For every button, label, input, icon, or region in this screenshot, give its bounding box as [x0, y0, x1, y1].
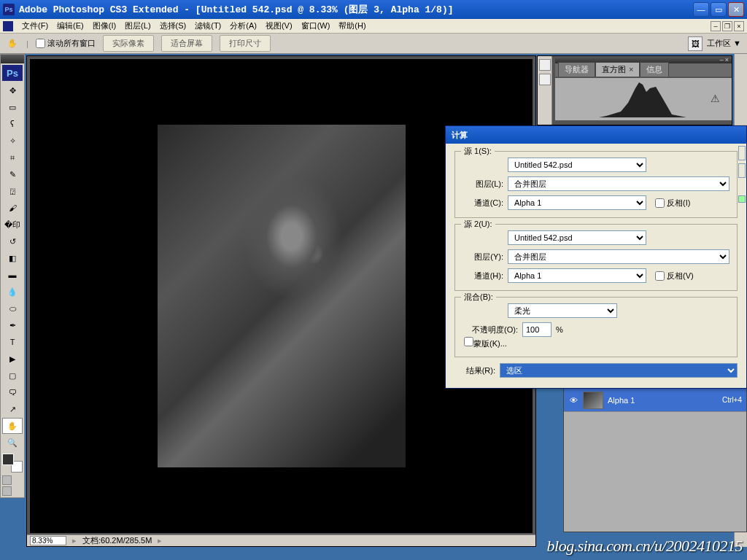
close-button[interactable]: ✕: [728, 2, 744, 17]
menu-bar: 文件(F) 编辑(E) 图像(I) 图层(L) 选择(S) 滤镜(T) 分析(A…: [0, 19, 747, 34]
panel-close-icon[interactable]: ×: [725, 56, 729, 63]
history-brush-tool[interactable]: ↺: [2, 233, 23, 249]
menu-layer[interactable]: 图层(L): [120, 19, 155, 33]
warning-icon[interactable]: ⚠: [711, 93, 720, 104]
magic-wand-tool[interactable]: ✧: [2, 133, 23, 149]
calculations-dialog: 计算 源 1(S): Untitled 542.psd 图层(L): 合并图层 …: [445, 125, 747, 389]
tab-histogram[interactable]: 直方图×: [595, 62, 640, 77]
shape-tool[interactable]: ▢: [2, 368, 23, 384]
healing-brush-tool[interactable]: ⍰: [2, 183, 23, 199]
eyedropper-tool[interactable]: ✎: [2, 166, 23, 182]
doc-size-label: 文档:60.2M/285.5M: [82, 535, 152, 546]
actual-pixels-button[interactable]: 实际像素: [103, 35, 154, 52]
menu-image[interactable]: 图像(I): [88, 19, 120, 33]
color-swatch[interactable]: [2, 454, 23, 472]
window-title: Adobe Photoshop CS3 Extended - [Untitled…: [19, 3, 693, 16]
menu-analysis[interactable]: 分析(A): [225, 19, 261, 33]
lasso-tool[interactable]: ʕ: [2, 116, 23, 132]
document-image: [158, 125, 406, 467]
panel-minimize-icon[interactable]: –: [720, 56, 724, 63]
panel-icon[interactable]: [539, 74, 551, 85]
tab-navigator[interactable]: 导航器: [558, 62, 595, 77]
ps-logo: Ps: [2, 65, 23, 81]
channel2-label: 通道(H):: [462, 271, 503, 281]
toolbox-panel: Ps ✥ ▭ ʕ ✧ ⌗ ✎ ⍰ 🖌 �印 ↺ ◧ ▬ 💧 ⬭ ✒ T ▶ ▢ …: [0, 54, 25, 498]
toolbox-grip[interactable]: [1, 55, 24, 63]
menu-edit[interactable]: 编辑(E): [53, 19, 88, 33]
channel-thumbnail: [583, 392, 603, 409]
layer2-select[interactable]: 合并图层: [508, 249, 729, 264]
minimize-button[interactable]: —: [693, 2, 709, 17]
invert2-checkbox[interactable]: 反相(V): [655, 271, 696, 281]
invert1-checkbox[interactable]: 反相(I): [655, 198, 696, 209]
navigator-panel-group: – × 导航器 直方图× 信息 ⚠: [537, 55, 732, 125]
dodge-tool[interactable]: ⬭: [2, 300, 23, 316]
print-size-button[interactable]: 打印尺寸: [220, 35, 271, 52]
channel1-select[interactable]: Alpha 1: [508, 195, 646, 210]
zoom-tool[interactable]: 🔍: [2, 435, 23, 451]
tab-info[interactable]: 信息: [640, 62, 669, 77]
source2-group: 源 2(U): Untitled 542.psd 图层(Y): 合并图层 通道(…: [454, 224, 738, 291]
menu-select[interactable]: 选择(S): [155, 19, 191, 33]
menu-help[interactable]: 帮助(H): [334, 19, 370, 33]
panel-icon[interactable]: [539, 59, 551, 71]
pen-tool[interactable]: ✒: [2, 317, 23, 333]
window-titlebar: Ps Adobe Photoshop CS3 Extended - [Untit…: [0, 0, 747, 19]
hand-tool-icon: ✋: [6, 37, 19, 50]
marquee-tool[interactable]: ▭: [2, 99, 23, 115]
channel-row[interactable]: 👁 Alpha 1 Ctrl+4: [564, 389, 746, 412]
blur-tool[interactable]: 💧: [2, 284, 23, 300]
screen-mode-icon[interactable]: [2, 486, 12, 496]
preview-checkbox-edge[interactable]: [738, 195, 746, 203]
opacity-input[interactable]: [522, 322, 551, 337]
clone-stamp-tool[interactable]: �印: [2, 217, 23, 233]
svg-marker-0: [599, 82, 686, 117]
source2-select[interactable]: Untitled 542.psd: [508, 230, 646, 245]
scroll-all-windows-checkbox[interactable]: 滚动所有窗口: [36, 38, 96, 49]
channel2-select[interactable]: Alpha 1: [508, 268, 646, 283]
channel1-label: 通道(C):: [462, 198, 503, 209]
ok-button-edge[interactable]: [738, 146, 746, 160]
mask-checkbox[interactable]: 蒙版(K)...: [464, 339, 507, 348]
foreground-color[interactable]: [2, 454, 14, 465]
go-bridge-icon[interactable]: 🖼: [688, 36, 703, 51]
channel-name: Alpha 1: [608, 396, 718, 405]
doc-close-button[interactable]: ×: [734, 21, 744, 31]
path-select-tool[interactable]: ▶: [2, 351, 23, 367]
zoom-input[interactable]: [30, 536, 66, 545]
app-menu-icon[interactable]: [3, 21, 13, 31]
move-tool[interactable]: ✥: [2, 82, 23, 98]
crop-tool[interactable]: ⌗: [2, 149, 23, 166]
menu-file[interactable]: 文件(F): [18, 19, 53, 33]
maximize-button[interactable]: ▭: [711, 2, 727, 17]
menu-filter[interactable]: 滤镜(T): [190, 19, 225, 33]
channel-shortcut: Ctrl+4: [722, 396, 742, 404]
quick-mask-icon[interactable]: [2, 475, 12, 485]
doc-minimize-button[interactable]: –: [711, 21, 721, 31]
blend-mode-select[interactable]: 柔光: [508, 303, 617, 318]
type-tool[interactable]: T: [2, 334, 23, 350]
dialog-title[interactable]: 计算: [446, 126, 746, 144]
notes-tool[interactable]: 🗨: [2, 384, 23, 400]
menu-view[interactable]: 视图(V): [261, 19, 297, 33]
visibility-icon[interactable]: 👁: [568, 396, 578, 405]
layer1-select[interactable]: 合并图层: [508, 176, 729, 191]
gradient-tool[interactable]: ▬: [2, 267, 23, 283]
source1-select[interactable]: Untitled 542.psd: [508, 158, 646, 172]
doc-restore-button[interactable]: ❐: [722, 21, 732, 31]
eyedropper2-tool[interactable]: ↗: [2, 401, 23, 417]
cancel-button-edge[interactable]: [738, 163, 746, 178]
opacity-label: 不透明度(O):: [462, 324, 518, 335]
fit-screen-button[interactable]: 适合屏幕: [161, 35, 212, 52]
eraser-tool[interactable]: ◧: [2, 250, 23, 266]
menu-window[interactable]: 窗口(W): [297, 19, 335, 33]
brush-tool[interactable]: 🖌: [2, 200, 23, 216]
histogram-display: ⚠: [555, 78, 732, 120]
result-label: 结果(R):: [454, 365, 495, 376]
options-bar: ✋ | 滚动所有窗口 实际像素 适合屏幕 打印尺寸 🖼 工作区 ▼: [0, 34, 747, 54]
hand-tool[interactable]: ✋: [2, 418, 23, 434]
workspace-menu[interactable]: 工作区 ▼: [707, 38, 741, 49]
layer1-label: 图层(L):: [462, 179, 503, 190]
status-bar: ▸ 文档:60.2M/285.5M ▸: [27, 534, 535, 546]
result-select[interactable]: 选区: [500, 363, 738, 378]
